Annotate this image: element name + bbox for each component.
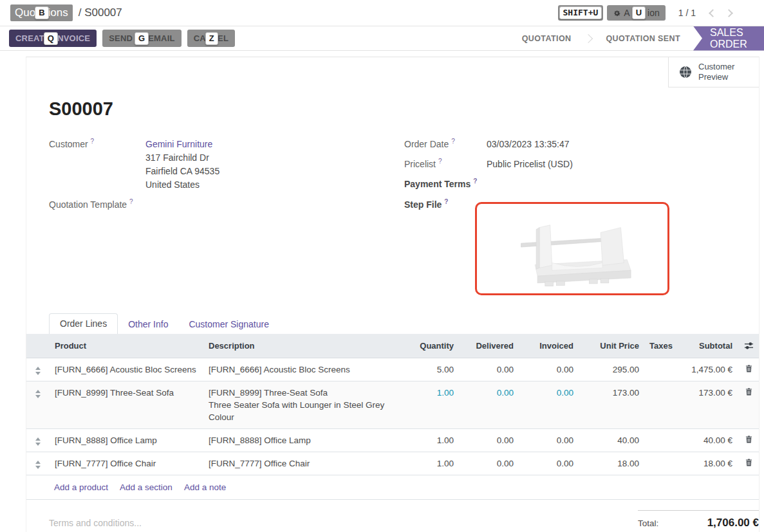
col-header-unit-price[interactable]: Unit Price	[579, 334, 644, 358]
action-label-before: A	[624, 8, 629, 18]
col-header-product[interactable]: Product	[50, 334, 203, 358]
row-description[interactable]: [FURN_6666] Acoustic Bloc Screens	[203, 358, 400, 381]
customer-preview-button[interactable]: CustomerPreview	[668, 57, 759, 87]
delete-row-button[interactable]	[738, 452, 760, 466]
delete-row-button[interactable]	[738, 358, 760, 372]
globe-icon	[679, 66, 692, 78]
row-quantity[interactable]: 1.00	[400, 381, 459, 404]
row-subtotal: 18.00 €	[674, 452, 738, 475]
form-sheet: CustomerPreview S00007 Customer ? Gemini…	[26, 57, 759, 532]
drag-handle-icon[interactable]	[35, 461, 41, 469]
pager-next-icon[interactable]	[725, 9, 733, 17]
pager-previous-icon[interactable]	[709, 9, 717, 17]
tab-order-lines[interactable]: Order Lines	[49, 313, 118, 334]
row-taxes[interactable]	[644, 452, 674, 463]
row-quantity[interactable]: 5.00	[400, 358, 459, 381]
table-row[interactable]: [FURN_8888] Office Lamp [FURN_8888] Offi…	[26, 429, 759, 452]
customer-label: Customer ?	[49, 138, 145, 192]
step-file-preview[interactable]	[475, 202, 669, 295]
pager-value: 1 / 1	[678, 8, 696, 18]
som-hint-q: Q	[44, 32, 58, 45]
row-unit-price[interactable]: 295.00	[579, 358, 644, 381]
row-quantity[interactable]: 1.00	[400, 452, 459, 475]
customer-link[interactable]: Gemini Furniture	[145, 138, 219, 151]
optional-columns-button[interactable]	[738, 342, 760, 350]
help-icon: ?	[473, 178, 477, 185]
order-date-label: Order Date ?	[404, 138, 487, 151]
col-header-quantity[interactable]: Quantity	[400, 334, 459, 358]
table-row[interactable]: [FURN_6666] Acoustic Bloc Screens [FURN_…	[26, 358, 759, 381]
status-bar: CREATQNVOICE SEND GEMAIL CAZEL QUOTATION…	[0, 26, 764, 51]
action-menu-button[interactable]: AUion	[607, 5, 665, 21]
col-header-taxes[interactable]: Taxes	[644, 334, 674, 358]
table-row[interactable]: [FURN_8999] Three-Seat Sofa [FURN_8999] …	[26, 381, 759, 429]
row-description[interactable]: [FURN_7777] Office Chair	[203, 452, 400, 475]
row-delivered[interactable]: 0.00	[459, 429, 519, 452]
stage-sales-order-active[interactable]: SALES ORDER	[693, 26, 764, 51]
row-delivered[interactable]: 0.00	[459, 358, 519, 381]
row-product[interactable]: [FURN_8888] Office Lamp	[50, 429, 203, 452]
row-invoiced[interactable]: 0.00	[519, 452, 579, 475]
drag-handle-icon[interactable]	[35, 367, 41, 375]
notebook-tabs: Order Lines Other Info Customer Signatur…	[49, 313, 279, 334]
col-header-invoiced[interactable]: Invoiced	[519, 334, 579, 358]
row-invoiced[interactable]: 0.00	[519, 358, 579, 381]
step-file-3d-render	[477, 204, 667, 293]
som-hint-z: Z	[205, 32, 218, 45]
quotation-template-field-row: Quotation Template ?	[49, 198, 374, 210]
sheet-bottom: Terms and conditions... Total: 1,706.00 …	[26, 510, 759, 529]
customer-address-line3: United States	[145, 178, 219, 192]
som-hint-u: U	[632, 6, 646, 19]
row-delivered[interactable]: 0.00	[459, 452, 519, 475]
col-header-description[interactable]: Description	[203, 334, 400, 358]
chevron-right-icon	[584, 33, 593, 42]
row-taxes[interactable]	[644, 381, 674, 392]
terms-placeholder-input[interactable]: Terms and conditions...	[49, 510, 142, 529]
help-icon: ?	[438, 158, 442, 165]
delete-row-button[interactable]	[738, 429, 760, 443]
col-header-delivered[interactable]: Delivered	[459, 334, 519, 358]
cancel-text-after: EL	[218, 33, 228, 43]
stage-quotation-sent[interactable]: QUOTATION SENT	[593, 34, 693, 43]
col-header-subtotal[interactable]: Subtotal	[674, 334, 738, 358]
order-date-value[interactable]: 03/03/2023 13:35:47	[487, 138, 569, 151]
table-header-row: Product Description Quantity Delivered I…	[26, 334, 759, 358]
row-product[interactable]: [FURN_6666] Acoustic Bloc Screens	[50, 358, 203, 381]
tab-other-info[interactable]: Other Info	[118, 315, 178, 334]
action-label-after: ion	[648, 8, 660, 18]
create-invoice-button[interactable]: CREATQNVOICE	[9, 30, 97, 47]
table-row[interactable]: [FURN_7777] Office Chair [FURN_7777] Off…	[26, 452, 759, 475]
row-unit-price[interactable]: 173.00	[579, 381, 644, 404]
row-description[interactable]: [FURN_8888] Office Lamp	[203, 429, 400, 452]
tab-customer-signature[interactable]: Customer Signature	[178, 315, 279, 334]
row-taxes[interactable]	[644, 429, 674, 439]
trash-icon	[745, 436, 752, 443]
send-email-text-before: SEND	[109, 33, 133, 43]
send-email-button[interactable]: SEND GEMAIL	[102, 30, 182, 47]
row-quantity[interactable]: 1.00	[400, 429, 459, 452]
add-product-link[interactable]: Add a product	[54, 482, 108, 492]
som-hint-shift-u: SHIFT+U	[559, 6, 602, 19]
stage-pipeline: QUOTATION QUOTATION SENT SALES ORDER	[509, 26, 764, 50]
drag-handle-icon[interactable]	[35, 390, 41, 398]
stage-quotation[interactable]: QUOTATION	[509, 34, 584, 43]
payment-terms-field-row: Payment Terms ?	[404, 178, 736, 189]
row-unit-price[interactable]: 18.00	[579, 452, 644, 475]
row-invoiced[interactable]: 0.00	[519, 429, 579, 452]
delete-row-button[interactable]	[738, 381, 760, 396]
step-file-label: Step File ?	[404, 198, 487, 210]
row-invoiced[interactable]: 0.00	[519, 381, 579, 404]
add-section-link[interactable]: Add a section	[120, 482, 172, 492]
drag-handle-icon[interactable]	[35, 437, 41, 446]
add-note-link[interactable]: Add a note	[184, 482, 226, 492]
row-taxes[interactable]	[644, 358, 674, 369]
row-description[interactable]: [FURN_8999] Three-Seat Sofa Three Seater…	[203, 381, 400, 428]
cancel-button[interactable]: CAZEL	[187, 30, 235, 47]
breadcrumb-quotations-link[interactable]: QuoBions	[10, 5, 73, 21]
row-product[interactable]: [FURN_8999] Three-Seat Sofa	[50, 381, 203, 404]
pricelist-value[interactable]: Public Pricelist (USD)	[487, 158, 573, 171]
row-subtotal: 1,475.00 €	[674, 358, 738, 381]
row-product[interactable]: [FURN_7777] Office Chair	[50, 452, 203, 475]
row-unit-price[interactable]: 40.00	[579, 429, 644, 452]
row-delivered[interactable]: 0.00	[459, 381, 519, 404]
